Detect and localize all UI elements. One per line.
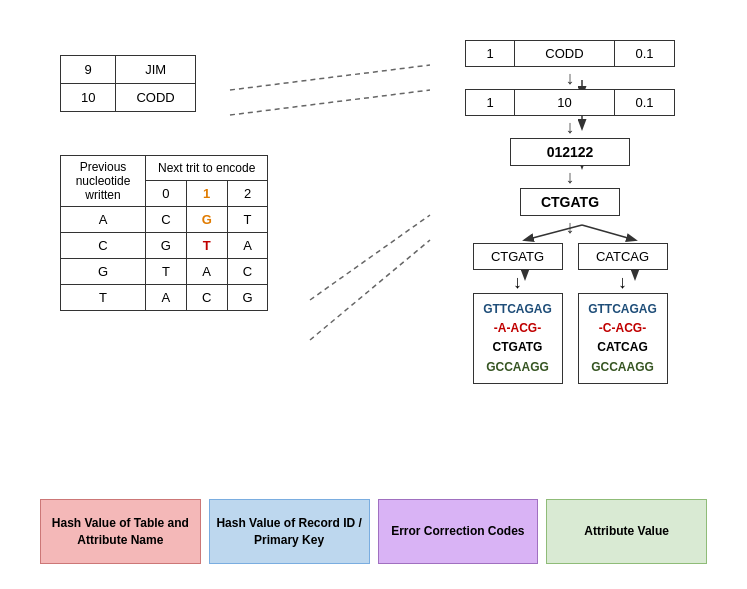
branch-arrows: ↓ ↓ bbox=[420, 272, 720, 293]
enc-G-2: C bbox=[227, 259, 268, 285]
db-row-2: 10 CODD bbox=[61, 84, 196, 112]
enc-A-0: C bbox=[146, 207, 187, 233]
enc-C-1: T bbox=[186, 233, 227, 259]
branch-left-box: CTGATG bbox=[473, 243, 563, 270]
encode-table: Previous nucleotide written Next trit to… bbox=[60, 155, 268, 311]
encode-row-C: C G T A bbox=[61, 233, 268, 259]
dna-left-l1: GTTCAGAG bbox=[482, 300, 554, 319]
enc-G-0: T bbox=[146, 259, 187, 285]
flow-r1-c1: 1 bbox=[465, 40, 515, 67]
svg-line-3 bbox=[310, 240, 430, 340]
branch-arrow-left: ↓ bbox=[473, 272, 563, 293]
prev-C: C bbox=[61, 233, 146, 259]
enc-A-2: T bbox=[227, 207, 268, 233]
flow-row1: 1 CODD 0.1 bbox=[420, 40, 720, 67]
dna-main-box: CTGATG bbox=[520, 188, 620, 216]
dna-left-l3: CTGATG bbox=[482, 338, 554, 357]
encode-header-row: Previous nucleotide written Next trit to… bbox=[61, 156, 268, 181]
dna-left-l2: -A-ACG- bbox=[482, 319, 554, 338]
encode-row-A: A C G T bbox=[61, 207, 268, 233]
trit-1: 1 bbox=[186, 181, 227, 207]
svg-line-0 bbox=[230, 65, 430, 90]
encode-row-T: T A C G bbox=[61, 285, 268, 311]
legend-hash-table: Hash Value of Table and Attribute Name bbox=[40, 499, 201, 564]
dna-right-l4: GCCAAGG bbox=[587, 358, 659, 377]
flow-r2-c3: 0.1 bbox=[615, 89, 675, 116]
enc-T-2: G bbox=[227, 285, 268, 311]
trit-string-box: 012122 bbox=[510, 138, 630, 166]
branch-arrow-right: ↓ bbox=[578, 272, 668, 293]
enc-T-0: A bbox=[146, 285, 187, 311]
next-trit-header: Next trit to encode bbox=[146, 156, 268, 181]
enc-C-0: G bbox=[146, 233, 187, 259]
arrow-3: ↓ bbox=[420, 166, 720, 188]
db-table: 9 JIM 10 CODD bbox=[60, 55, 196, 112]
arrow-2: ↓ bbox=[420, 116, 720, 138]
db-cell-9: 9 bbox=[61, 56, 116, 84]
dna-right-l1: GTTCAGAG bbox=[587, 300, 659, 319]
legend-ecc: Error Correction Codes bbox=[378, 499, 539, 564]
flow-r1-c3: 0.1 bbox=[615, 40, 675, 67]
dna-seq-row: GTTCAGAG -A-ACG- CTGATG GCCAAGG GTTCAGAG… bbox=[420, 293, 720, 384]
branch-row: CTGATG CATCAG bbox=[420, 243, 720, 270]
flow-area: 1 CODD 0.1 ↓ 1 10 0.1 ↓ 012122 ↓ CTGATG … bbox=[420, 40, 720, 384]
db-cell-codd: CODD bbox=[116, 84, 195, 112]
db-cell-10: 10 bbox=[61, 84, 116, 112]
dna-seq-right: GTTCAGAG -C-ACG- CATCAG GCCAAGG bbox=[578, 293, 668, 384]
branch-right-box: CATCAG bbox=[578, 243, 668, 270]
flow-row2: 1 10 0.1 bbox=[420, 89, 720, 116]
prev-T: T bbox=[61, 285, 146, 311]
legend-hash-record: Hash Value of Record ID / Primary Key bbox=[209, 499, 370, 564]
dna-seq-left: GTTCAGAG -A-ACG- CTGATG GCCAAGG bbox=[473, 293, 563, 384]
main-container: 9 JIM 10 CODD Previous nucleotide writte… bbox=[0, 0, 747, 589]
legend-attr-value: Attribute Value bbox=[546, 499, 707, 564]
prev-nuc-header: Previous nucleotide written bbox=[61, 156, 146, 207]
encode-row-G: G T A C bbox=[61, 259, 268, 285]
flow-r2-c2: 10 bbox=[515, 89, 615, 116]
dna-right-l2: -C-ACG- bbox=[587, 319, 659, 338]
db-cell-jim: JIM bbox=[116, 56, 195, 84]
svg-line-2 bbox=[310, 215, 430, 300]
db-row-1: 9 JIM bbox=[61, 56, 196, 84]
dna-main-row: CTGATG bbox=[420, 188, 720, 216]
arrow-4: ↓ bbox=[420, 216, 720, 238]
flow-r2-c1: 1 bbox=[465, 89, 515, 116]
enc-C-2: A bbox=[227, 233, 268, 259]
enc-A-1: G bbox=[186, 207, 227, 233]
dna-right-l3: CATCAG bbox=[587, 338, 659, 357]
trit-0: 0 bbox=[146, 181, 187, 207]
svg-line-1 bbox=[230, 90, 430, 115]
prev-A: A bbox=[61, 207, 146, 233]
legend-row: Hash Value of Table and Attribute Name H… bbox=[40, 499, 707, 564]
prev-G: G bbox=[61, 259, 146, 285]
arrow-1: ↓ bbox=[420, 67, 720, 89]
trit-2: 2 bbox=[227, 181, 268, 207]
dna-left-l4: GCCAAGG bbox=[482, 358, 554, 377]
enc-T-1: C bbox=[186, 285, 227, 311]
enc-G-1: A bbox=[186, 259, 227, 285]
trit-string-row: 012122 bbox=[420, 138, 720, 166]
flow-r1-c2: CODD bbox=[515, 40, 615, 67]
